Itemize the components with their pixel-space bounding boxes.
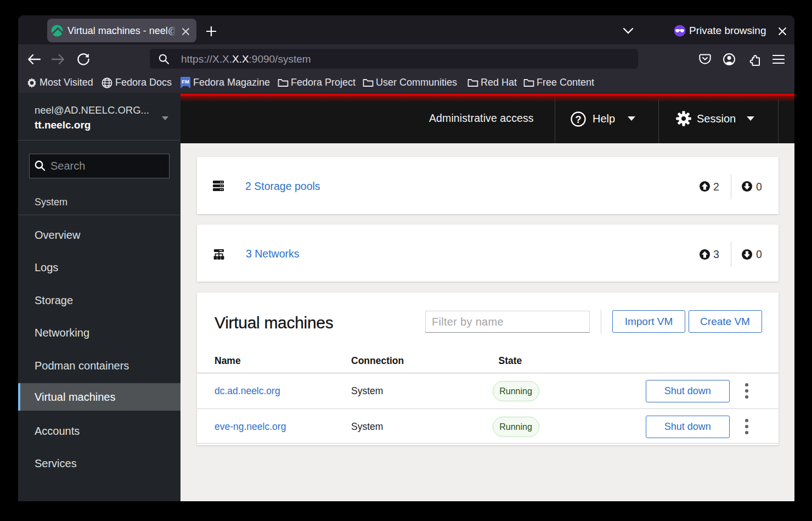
svg-text:?: ? — [576, 114, 582, 125]
svg-text:FM: FM — [182, 79, 189, 85]
